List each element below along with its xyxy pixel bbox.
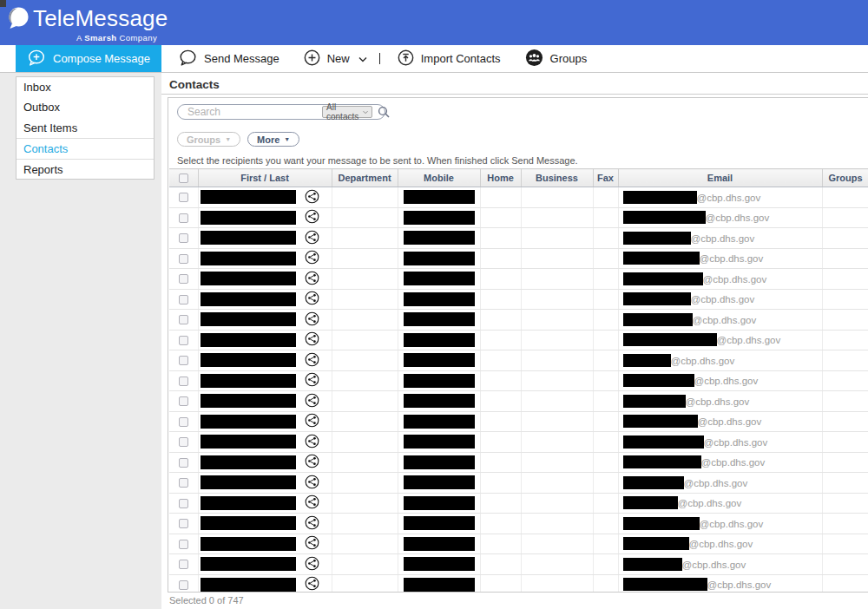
row-checkbox[interactable] (179, 233, 188, 243)
send-message-label: Send Message (204, 52, 279, 65)
share-contact-icon[interactable] (305, 501, 319, 511)
groups-cell (822, 432, 868, 453)
row-checkbox[interactable] (179, 519, 188, 528)
share-contact-icon[interactable] (305, 521, 319, 532)
contact-email-domain: @cbp.dhs.gov (691, 232, 755, 243)
contact-email-domain: @cbp.dhs.gov (703, 273, 767, 284)
name-redacted (201, 455, 296, 469)
share-contact-icon[interactable] (305, 378, 319, 389)
row-checkbox[interactable] (179, 254, 188, 264)
share-contact-icon[interactable] (305, 297, 319, 307)
share-contact-icon[interactable] (305, 256, 319, 266)
share-contact-icon[interactable] (305, 318, 319, 328)
share-contact-icon[interactable] (305, 440, 319, 450)
sidebar-item-sent-items[interactable]: Sent Items (16, 118, 154, 138)
contact-email-domain: @cbp.dhs.gov (694, 376, 759, 386)
share-contact-icon[interactable] (305, 195, 319, 206)
home-cell (480, 248, 521, 269)
sidebar-item-contacts[interactable]: Contacts (16, 138, 154, 158)
mobile-redacted (404, 190, 475, 204)
row-checkbox[interactable] (179, 478, 188, 488)
send-message-button[interactable]: Send Message (167, 45, 292, 72)
groups-cell (822, 534, 868, 554)
contact-name-cell (198, 269, 332, 290)
contacts-filter-select[interactable]: All contacts (322, 106, 372, 118)
row-checkbox[interactable] (179, 377, 188, 386)
row-checkbox[interactable] (179, 437, 188, 447)
share-contact-icon[interactable] (305, 460, 319, 470)
business-cell (521, 574, 593, 592)
share-contact-icon[interactable] (305, 562, 319, 573)
caret-down-icon: ▼ (225, 136, 231, 142)
search-submit-button[interactable] (378, 106, 390, 118)
new-button[interactable]: New (292, 45, 379, 72)
more-button[interactable]: More ▼ (247, 132, 299, 147)
fax-cell (593, 330, 618, 350)
contact-email-domain: @cbp.dhs.gov (700, 253, 764, 264)
email-cell: @cbp.dhs.gov (618, 554, 822, 575)
row-checkbox[interactable] (179, 274, 188, 284)
business-cell (521, 289, 593, 310)
row-checkbox[interactable] (179, 356, 188, 365)
row-checkbox[interactable] (179, 417, 188, 427)
groups-cell (822, 514, 868, 534)
row-checkbox[interactable] (179, 336, 188, 345)
row-checkbox[interactable] (179, 396, 188, 406)
share-contact-icon[interactable] (305, 541, 319, 552)
contact-email-domain: @cbp.dhs.gov (706, 213, 770, 223)
row-checkbox[interactable] (179, 315, 188, 324)
fax-cell (593, 432, 618, 453)
contact-name-cell (198, 228, 332, 249)
import-contacts-button[interactable]: Import Contacts (385, 45, 513, 72)
contact-email-domain: @cbp.dhs.gov (689, 539, 753, 549)
row-checkbox[interactable] (179, 458, 188, 468)
groups-button[interactable]: Groups (513, 45, 600, 72)
row-checkbox[interactable] (179, 213, 188, 223)
groups-cell (822, 473, 868, 494)
contact-row: @cbp.dhs.gov (169, 514, 868, 534)
contact-row: @cbp.dhs.gov (169, 432, 868, 453)
compose-bubble-plus-icon (28, 49, 45, 69)
sidebar: Inbox Outbox Sent Items Contacts Reports (16, 76, 155, 180)
select-all-checkbox[interactable] (179, 174, 188, 183)
row-checkbox[interactable] (179, 560, 188, 569)
toolbar: Compose Message Send Message New (0, 45, 868, 73)
mobile-cell (398, 574, 480, 592)
row-checkbox[interactable] (179, 295, 188, 304)
share-contact-icon[interactable] (305, 215, 319, 226)
mobile-cell (398, 269, 480, 290)
share-contact-icon[interactable] (305, 582, 319, 592)
groups-filter-button[interactable]: Groups ▼ (177, 132, 240, 147)
contact-name-cell (198, 310, 332, 331)
chevron-down-icon[interactable] (358, 52, 367, 65)
main-content: Contacts All contacts Groups ▼ More (161, 73, 868, 609)
share-contact-icon[interactable] (305, 419, 319, 429)
share-contact-icon[interactable] (305, 358, 319, 369)
contact-row: @cbp.dhs.gov (169, 554, 868, 575)
sidebar-item-outbox[interactable]: Outbox (16, 97, 154, 117)
home-cell (480, 370, 521, 391)
business-cell (521, 432, 593, 453)
sidebar-item-reports[interactable]: Reports (16, 159, 154, 179)
sidebar-item-inbox[interactable]: Inbox (16, 77, 154, 97)
email-cell: @cbp.dhs.gov (618, 452, 822, 473)
fax-cell (593, 269, 618, 290)
name-redacted (201, 578, 296, 592)
row-checkbox[interactable] (179, 499, 188, 508)
search-input[interactable] (178, 106, 322, 118)
department-cell (332, 574, 398, 592)
compose-message-button[interactable]: Compose Message (16, 45, 161, 72)
department-cell (332, 554, 398, 575)
department-cell (332, 187, 398, 208)
row-checkbox[interactable] (179, 193, 188, 202)
row-checkbox[interactable] (179, 540, 188, 549)
contact-email-redacted (623, 578, 707, 591)
instruction-text: Select the recipients you want your mess… (177, 155, 578, 166)
contact-email-domain: @cbp.dhs.gov (682, 559, 746, 569)
share-contact-icon[interactable] (305, 481, 319, 491)
share-contact-icon[interactable] (305, 399, 319, 409)
share-contact-icon[interactable] (305, 236, 319, 246)
share-contact-icon[interactable] (305, 337, 319, 348)
share-contact-icon[interactable] (305, 277, 319, 287)
row-checkbox[interactable] (179, 580, 188, 590)
